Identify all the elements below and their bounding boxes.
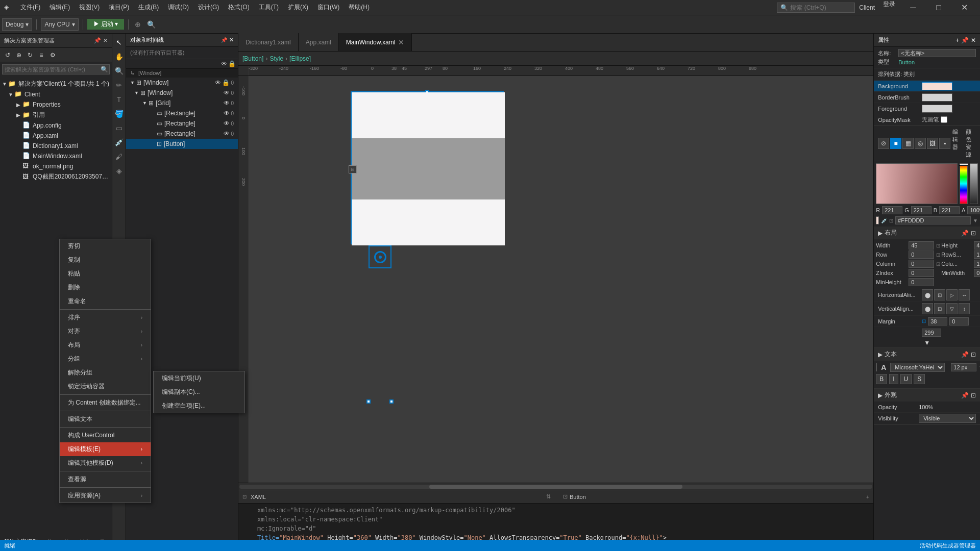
tree-item-qq[interactable]: ▶ 🖼 QQ截图20200612093507.jpg <box>0 171 112 182</box>
ctx-applyresource[interactable]: 应用资源(A) › <box>60 489 151 503</box>
tree-item-mainwindow[interactable]: ▶ 📄 MainWindow.xaml <box>0 151 112 161</box>
halign-right-btn[interactable]: ▷ <box>946 289 958 300</box>
ctx-editothertemplate[interactable]: 编辑其他模板(D) › <box>60 456 151 470</box>
breadcrumb-ellipse[interactable]: [Ellipse] <box>289 55 311 62</box>
ctx-paste[interactable]: 粘贴 <box>60 267 151 281</box>
italic-btn[interactable]: I <box>889 374 898 384</box>
close-timeline-icon[interactable]: ✕ <box>229 37 234 43</box>
tb-add-btn[interactable]: ⊕ <box>13 49 24 61</box>
platform-dropdown[interactable]: Any CPU <box>41 18 78 31</box>
tl-rect2[interactable]: ▶ ▭ [Rectangle] 👁 0 <box>126 118 238 129</box>
strikethrough-btn[interactable]: S <box>914 374 925 384</box>
tab-mainwindow[interactable]: MainWindow.xaml ✕ <box>339 33 412 51</box>
appearance-expand-icon[interactable]: ⊡ <box>971 392 976 399</box>
halign-center-btn[interactable]: ⊡ <box>934 289 945 300</box>
menu-view[interactable]: 视图(V) <box>75 2 104 13</box>
layout-pin-icon[interactable]: 📌 <box>961 230 969 237</box>
tl-eye6-icon[interactable]: 👁 <box>224 130 230 137</box>
tl-window[interactable]: ▼ ⊞ [Window] 👁 🔒 0 <box>126 78 238 88</box>
name-input[interactable] <box>898 49 976 57</box>
layout-expand-icon[interactable]: ⊡ <box>971 230 976 237</box>
tab-mainwindow-close[interactable]: ✕ <box>398 38 404 46</box>
ctx-group[interactable]: 分组 › <box>60 352 151 366</box>
menu-help[interactable]: 帮助(H) <box>345 2 374 13</box>
tl-eye-icon[interactable]: 👁 <box>215 79 221 86</box>
code-toolbar-expand[interactable]: ⊡ <box>242 494 247 499</box>
code-plus-btn[interactable]: + <box>866 494 869 500</box>
a-input[interactable] <box>967 206 980 214</box>
menu-format[interactable]: 格式(O) <box>224 2 253 13</box>
valign-stretch-btn[interactable]: ↕ <box>959 303 970 314</box>
alpha-slider[interactable] <box>970 163 978 204</box>
button-selection[interactable] <box>369 245 391 268</box>
brush-solid-btn[interactable]: ■ <box>890 138 901 149</box>
visibility-select[interactable]: Visible <box>919 414 976 423</box>
ctx-ungroup[interactable]: 解除分组 <box>60 366 151 380</box>
prop-background-row[interactable]: Background <box>874 81 980 92</box>
close-icon[interactable]: ✕ <box>103 37 108 44</box>
appearance-pin-icon[interactable]: 📌 <box>961 392 969 399</box>
brush-tile-btn[interactable]: ▪ <box>939 138 950 149</box>
font-family-select[interactable]: Microsoft YaHei <box>890 363 945 372</box>
borderbrush-color-swatch[interactable] <box>922 93 952 102</box>
menu-debug[interactable]: 调试(D) <box>164 2 193 13</box>
prop-opacitymask-row[interactable]: OpacityMask 无画笔 <box>874 114 980 126</box>
text-group-header[interactable]: ▶ 文本 📌 ⊡ <box>874 348 980 361</box>
brush-radial-btn[interactable]: ◎ <box>915 138 926 149</box>
bold-btn[interactable]: B <box>876 374 887 384</box>
menu-project[interactable]: 项目(P) <box>105 2 133 13</box>
color-spectrum[interactable] <box>876 163 958 204</box>
menu-edit[interactable]: 编辑(E) <box>45 2 74 13</box>
col-link-icon[interactable]: ⊡ <box>936 261 940 267</box>
prop-borderbrush-row[interactable]: BorderBrush <box>874 92 980 103</box>
r-input[interactable] <box>882 206 902 214</box>
btn-handle-left[interactable] <box>366 399 371 404</box>
eyedropper-icon[interactable]: 💉 <box>881 218 887 223</box>
tree-item-oknormal[interactable]: ▶ 🖼 ok_normal.png <box>0 161 112 171</box>
code-btn-xaml[interactable]: XAML <box>251 494 266 500</box>
tl-eye4-icon[interactable]: 👁 <box>224 110 230 117</box>
ctx-layout[interactable]: 布局 › <box>60 338 151 352</box>
ctx-cut[interactable]: 剪切 <box>60 239 151 253</box>
tb-sync-btn[interactable]: ↺ <box>2 49 13 61</box>
underline-btn[interactable]: U <box>900 374 912 384</box>
tree-item-refs[interactable]: ▶ 📁 引用 <box>0 110 112 120</box>
sub-editcurrent[interactable]: 编辑当前项(U) <box>154 371 244 385</box>
tool-fill[interactable]: 🪣 <box>112 107 126 120</box>
menu-extensions[interactable]: 扩展(X) <box>284 2 312 13</box>
hex-input[interactable] <box>895 216 971 224</box>
ctx-edittext[interactable]: 编辑文本 <box>60 412 151 426</box>
props-add-icon[interactable]: + <box>955 37 959 44</box>
sub-createempty[interactable]: 创建空白项(E)... <box>154 399 244 413</box>
menu-window[interactable]: 窗口(W) <box>313 2 344 13</box>
prop-opacitymask-checkbox[interactable] <box>941 116 947 123</box>
margin-link-icon[interactable]: ⊡ <box>922 318 926 324</box>
tool-text[interactable]: T <box>112 93 126 106</box>
tree-item-solution[interactable]: ▼ 📁 解决方案'Client'(1 个项目/共 1 个) <box>0 79 112 89</box>
font-color-swatch[interactable] <box>876 363 877 371</box>
copy-icon[interactable]: ⊡ <box>889 218 893 223</box>
menu-build[interactable]: 生成(B) <box>134 2 163 13</box>
tl-lock2-icon[interactable]: 🔒 <box>222 79 230 86</box>
font-size-input[interactable] <box>951 363 976 371</box>
prop-foreground-row[interactable]: Foreground <box>874 103 980 114</box>
close-btn[interactable]: ✕ <box>952 0 976 15</box>
sub-editcopy[interactable]: 编辑副本(C)... <box>154 385 244 399</box>
tab-app[interactable]: App.xaml <box>299 33 339 51</box>
tree-item-properties[interactable]: ▶ 📁 Properties <box>0 99 112 110</box>
ctx-databind[interactable]: 为 Content 创建数据绑定... <box>60 396 151 410</box>
zindex-input[interactable] <box>909 269 934 277</box>
tl-eye5-icon[interactable]: 👁 <box>224 120 230 127</box>
tool-brush[interactable]: 🖌 <box>112 150 126 163</box>
background-color-swatch[interactable] <box>922 82 952 90</box>
pin-timeline-icon[interactable]: 📌 <box>221 37 227 43</box>
g-input[interactable] <box>911 206 932 214</box>
btn-handle-right[interactable] <box>389 399 394 404</box>
h-scrollbar-thumb[interactable] <box>429 485 682 489</box>
tool-zoom[interactable]: 🔍 <box>112 64 126 78</box>
tree-item-dict[interactable]: ▶ 📄 Dictionary1.xaml <box>0 141 112 151</box>
valign-bottom-btn[interactable]: ▽ <box>946 303 958 314</box>
solution-search-input[interactable] <box>3 65 100 73</box>
ctx-usercontrol[interactable]: 构成 UserControl <box>60 429 151 442</box>
tl-rect1[interactable]: ▶ ▭ [Rectangle] 👁 0 <box>126 108 238 118</box>
